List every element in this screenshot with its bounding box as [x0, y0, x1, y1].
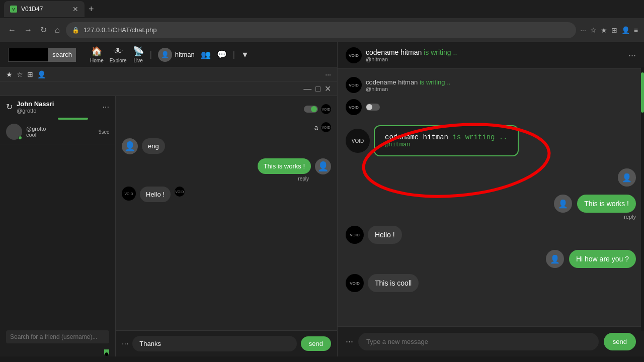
chat-item-handle: @grotto — [26, 126, 95, 132]
right-toggle — [366, 104, 380, 111]
msg-bubble-hello: Hello ! — [140, 187, 171, 202]
right-bubble-thisworks: This is works ! — [577, 195, 636, 213]
message-row-thisworks: 👤 This is works ! reply — [122, 158, 331, 183]
msg-bubble-thisworks: This is works ! — [258, 158, 311, 174]
right-void-badge-cooll: VOID — [346, 274, 364, 292]
browser-nav-bar: ← → ↻ ⌂ 🔒 127.0.0.1/CHAT/chat.php ··· ☆ … — [0, 18, 644, 42]
forward-button[interactable]: → — [22, 24, 34, 37]
home-button[interactable]: ⌂ — [53, 24, 62, 37]
void-toggle — [304, 106, 318, 113]
fav-more-icon[interactable]: ··· — [325, 70, 331, 78]
refresh-button[interactable]: ↻ — [6, 102, 13, 112]
extensions-button[interactable]: ⊞ — [611, 26, 617, 34]
right-reply-button-1[interactable]: reply — [624, 214, 636, 220]
chat-list-panel: ↻ John Nassri @grotto ··· — [0, 96, 116, 356]
message-row-eng: 👤 eng — [122, 138, 331, 154]
messages-area: VOID a VOID 👤 eng — [116, 96, 337, 356]
inner-explore-item[interactable]: 👁 Explore — [110, 46, 127, 63]
message-row-hello: VOID Hello ! VOID — [122, 187, 331, 202]
right-void-badge-toggle: VOID — [346, 99, 362, 115]
input-area: ··· send — [116, 330, 337, 356]
active-tab[interactable]: V V01D47 ✕ — [4, 1, 85, 17]
inner-window: search 🏠 Home 👁 Explore 📡 Live — [0, 42, 337, 356]
inner-people-icon[interactable]: 👥 — [201, 50, 211, 59]
right-header-sub: @hitman — [366, 56, 624, 62]
msg-avatar-hitman: 👤 — [315, 158, 331, 174]
right-header-info: codename hitman is writing .. @hitman — [366, 48, 624, 62]
right-msg-cooll: VOID This is cooll — [346, 274, 636, 292]
menu-button[interactable]: ≡ — [634, 26, 638, 34]
lock-icon: 🔒 — [72, 27, 79, 34]
void-badge-2: VOID — [321, 122, 331, 132]
grid-icon[interactable]: ⊞ — [27, 70, 33, 78]
new-tab-button[interactable]: + — [89, 4, 94, 15]
right-msg-thisworks: This is works ! reply 👤 — [346, 195, 636, 220]
void-badge-hello: VOID — [122, 187, 136, 201]
void-badge-hello2: VOID — [175, 187, 185, 197]
msg-bubble-eng: eng — [142, 138, 165, 154]
message-input[interactable] — [132, 336, 296, 351]
minimize-icon[interactable]: — — [303, 84, 311, 94]
browser-actions: ··· ☆ ★ ⊞ 👤 ≡ — [580, 26, 638, 34]
fav-profile-icon[interactable]: 👤 — [37, 70, 46, 78]
profile-button[interactable]: 👤 — [621, 26, 630, 34]
inner-search-input[interactable] — [8, 48, 48, 62]
reply-button-1[interactable]: reply — [296, 175, 311, 183]
right-void-badge-hello: VOID — [346, 226, 364, 244]
close-icon[interactable]: ✕ — [325, 84, 331, 94]
contact-name: John Nassri — [17, 100, 99, 108]
inner-search-label[interactable]: search — [48, 48, 76, 62]
contact-handle: @grotto — [17, 108, 99, 114]
star-outline-icon[interactable]: ☆ — [17, 70, 23, 78]
right-scrollbar[interactable] — [641, 67, 644, 331]
inner-live-item[interactable]: 📡 Live — [133, 46, 144, 63]
inner-chat-icon[interactable]: 💬 — [217, 50, 227, 59]
address-bar[interactable]: 🔒 127.0.0.1/CHAT/chat.php — [66, 22, 576, 38]
star-icon[interactable]: ★ — [6, 70, 13, 78]
right-input-dots: ··· — [346, 336, 353, 347]
right-message-input[interactable] — [358, 333, 599, 350]
right-more-button[interactable]: ··· — [628, 50, 636, 61]
typing-box-container: VOID codename hitman is writing .. @hitm… — [346, 125, 636, 156]
right-bubble-hello: Hello ! — [368, 226, 402, 244]
refresh-button[interactable]: ↻ — [38, 23, 49, 37]
msg-avatar-grotto: 👤 — [122, 138, 138, 154]
send-button[interactable]: send — [301, 336, 331, 351]
right-hitman-avatar: 👤 — [554, 195, 572, 213]
bookmark-button2[interactable]: ★ — [601, 26, 607, 34]
right-msg-hello: VOID Hello ! — [346, 226, 636, 244]
right-header-name: codename hitman is writing .. — [366, 48, 624, 56]
chat-more-button[interactable]: ··· — [103, 103, 109, 112]
more-button[interactable]: ··· — [580, 26, 586, 34]
chat-layout: ↻ John Nassri @grotto ··· — [0, 96, 337, 356]
right-panel: VOID codename hitman is writing .. @hitm… — [337, 42, 644, 356]
online-indicator: ● — [104, 349, 109, 354]
inner-dropdown-button[interactable]: ▼ — [241, 50, 249, 59]
bookmark-button[interactable]: ☆ — [590, 26, 597, 34]
tab-close-icon[interactable]: ✕ — [72, 5, 78, 13]
browser-chrome: V V01D47 ✕ + ← → ↻ ⌂ 🔒 127.0.0.1/CHAT/ch… — [0, 0, 644, 42]
messages-container: VOID a VOID 👤 eng — [116, 96, 337, 330]
right-sender-avatar: 👤 — [618, 168, 636, 187]
chat-item-avatar — [6, 124, 22, 140]
right-panel-header: VOID codename hitman is writing .. @hitm… — [338, 42, 644, 69]
favorites-bar: ★ ☆ ⊞ 👤 ··· — [0, 67, 337, 82]
chat-item[interactable]: @grotto cooll 9sec — [0, 120, 115, 144]
back-button[interactable]: ← — [6, 24, 18, 37]
right-avatar-placeholder: 👤 — [346, 168, 636, 187]
contact-info: John Nassri @grotto — [17, 100, 99, 114]
inner-home-item[interactable]: 🏠 Home — [90, 46, 104, 63]
window-control-bar: — □ ✕ — [0, 82, 337, 96]
right-header-avatar: VOID — [346, 47, 362, 63]
right-bubble-cooll: This is cooll — [368, 274, 419, 292]
right-send-button[interactable]: send — [604, 333, 636, 350]
right-typing-header-row: VOID codename hitman is writing .. @hitm… — [346, 77, 636, 93]
inner-search-area[interactable]: search — [8, 48, 76, 62]
right-void-badge-typing: VOID — [346, 129, 370, 153]
chat-item-info: @grotto cooll — [26, 126, 95, 138]
browser-tabs: V V01D47 ✕ + — [0, 0, 644, 18]
maximize-icon[interactable]: □ — [315, 84, 320, 94]
inner-nav-icons: 🏠 Home 👁 Explore 📡 Live | 👤 hitman — [90, 46, 249, 63]
friend-search-input[interactable] — [6, 330, 109, 343]
void-icon-row-2: a VOID — [122, 122, 331, 132]
